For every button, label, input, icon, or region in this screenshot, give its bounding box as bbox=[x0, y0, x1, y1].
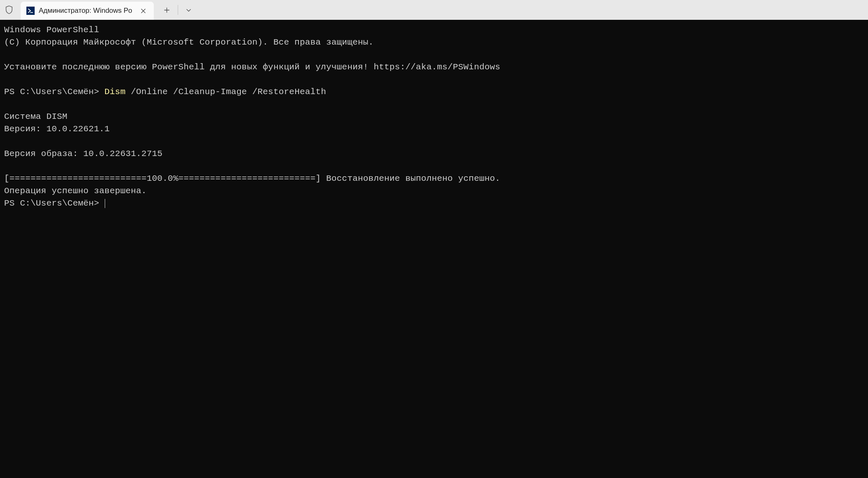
terminal-window: Администратор: Windows Po bbox=[0, 0, 868, 478]
titlebar-actions bbox=[154, 0, 199, 20]
cursor-icon bbox=[105, 199, 105, 208]
terminal-prompt: PS C:\Users\Семён> bbox=[4, 87, 104, 97]
titlebar: Администратор: Windows Po bbox=[0, 0, 868, 20]
terminal-body[interactable]: Windows PowerShell (C) Корпорация Майкро… bbox=[0, 20, 868, 478]
tab-dropdown-button[interactable] bbox=[179, 0, 199, 20]
new-tab-button[interactable] bbox=[157, 0, 177, 20]
tab-close-button[interactable] bbox=[139, 6, 148, 15]
terminal-prompt: PS C:\Users\Семён> bbox=[4, 199, 104, 208]
terminal-line: Windows PowerShell bbox=[4, 25, 99, 35]
active-tab[interactable]: Администратор: Windows Po bbox=[21, 2, 154, 20]
terminal-command: Dism bbox=[104, 87, 125, 97]
tab-title: Администратор: Windows Po bbox=[39, 7, 132, 15]
terminal-line: (C) Корпорация Майкрософт (Microsoft Cor… bbox=[4, 38, 374, 47]
titlebar-divider bbox=[178, 5, 178, 15]
powershell-icon bbox=[26, 7, 35, 15]
terminal-line: Cистема DISM bbox=[4, 112, 68, 121]
terminal-progress: [==========================100.0%=======… bbox=[4, 174, 500, 183]
terminal-line: Установите последнюю версию PowerShell д… bbox=[4, 62, 500, 72]
terminal-line: Операция успешно завершена. bbox=[4, 186, 147, 196]
terminal-line: Версия образа: 10.0.22631.2715 bbox=[4, 149, 162, 159]
terminal-command-args: /Online /Cleanup-Image /RestoreHealth bbox=[125, 87, 326, 97]
shield-icon bbox=[5, 5, 13, 14]
terminal-line: Версия: 10.0.22621.1 bbox=[4, 124, 110, 134]
